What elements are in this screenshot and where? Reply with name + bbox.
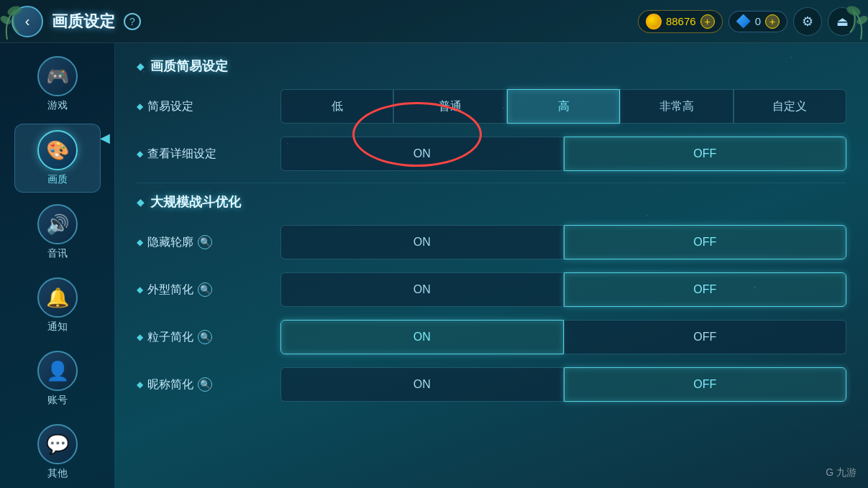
info-hidden-outline[interactable]: 🔍: [198, 235, 212, 249]
setting-label-model-simplify: ◆ 外型简化 🔍: [137, 282, 280, 298]
label-name-simplify: 昵称简化: [147, 377, 193, 392]
quality-low-button[interactable]: 低: [280, 89, 393, 124]
setting-row-hidden-outline: ◆ 隐藏轮廓 🔍 ON OFF: [137, 224, 846, 261]
info-model-simplify[interactable]: 🔍: [198, 282, 212, 297]
setting-row-simple: ◆ 简易设定 低 普通 高 非常高 自定义: [137, 88, 846, 125]
logo-jiuyou: G 九游: [826, 466, 856, 479]
sidebar-item-game[interactable]: 🎮 游戏: [14, 50, 101, 118]
hidden-outline-on-button[interactable]: ON: [280, 225, 564, 259]
label-hidden-outline: 隐藏轮廓: [147, 235, 193, 250]
setting-label-particle-simplify: ◆ 粒子简化 🔍: [137, 330, 280, 345]
section-battle-header: ◆ 大规模战斗优化: [137, 193, 846, 211]
setting-row-detail: ◆ 查看详细设定 ON OFF: [137, 135, 846, 172]
sidebar-label-account: 账号: [47, 394, 68, 407]
particle-simplify-on-button[interactable]: ON: [280, 320, 564, 354]
sidebar-item-audio[interactable]: 🔊 音讯: [14, 198, 101, 266]
setting-label-hidden-outline: ◆ 隐藏轮廓 🔍: [137, 235, 280, 250]
divider-1: [137, 183, 846, 183]
sidebar-label-audio: 音讯: [47, 247, 68, 260]
setting-label-simple: ◆ 简易设定: [137, 99, 280, 114]
setting-label-name-simplify: ◆ 昵称简化 🔍: [137, 377, 280, 392]
model-simplify-on-button[interactable]: ON: [280, 272, 564, 307]
quality-high-button[interactable]: 高: [507, 89, 620, 124]
top-bar: ‹ 画质设定 ? 88676 + 0 + ⚙ ⏏: [0, 0, 868, 43]
gem-currency-box: 0 +: [728, 11, 787, 32]
section-diamond-1: ◆: [137, 60, 145, 72]
label-particle-simplify: 粒子简化: [147, 330, 193, 345]
audio-icon: 🔊: [37, 204, 78, 244]
label-model-simplify: 外型简化: [147, 282, 193, 298]
quality-icon: 🎨: [37, 130, 78, 170]
name-simplify-on-button[interactable]: ON: [280, 367, 564, 402]
gem-icon: [736, 14, 751, 29]
setting-label-detail: ◆ 查看详细设定: [137, 147, 280, 162]
notify-icon: 🔔: [37, 277, 78, 318]
diamond-detail: ◆: [137, 149, 143, 159]
content-area: ◆ 画质简易设定 ◆ 简易设定 低 普通 高 非常高 自定义 ◆ 查看详细设定: [115, 43, 868, 488]
gem-amount: 0: [755, 15, 761, 27]
section-title-quality-easy: 画质简易设定: [150, 57, 228, 75]
diamond-hidden-outline: ◆: [137, 237, 143, 247]
section-quality-easy-header: ◆ 画质简易设定: [137, 57, 846, 75]
quality-custom-button[interactable]: 自定义: [734, 89, 846, 124]
svg-point-1: [0, 14, 12, 27]
particle-simplify-off-button[interactable]: OFF: [564, 320, 847, 354]
sidebar-item-other[interactable]: 💬 其他: [14, 418, 101, 486]
model-simplify-off-button[interactable]: OFF: [564, 272, 847, 307]
sidebar-label-game: 游戏: [47, 99, 68, 112]
account-icon: 👤: [37, 351, 78, 391]
quality-normal-button[interactable]: 普通: [393, 89, 506, 124]
coin-icon: [646, 14, 662, 29]
other-icon: 💬: [37, 424, 78, 464]
sidebar-label-quality: 画质: [47, 173, 68, 186]
setting-row-name-simplify: ◆ 昵称简化 🔍 ON OFF: [137, 366, 846, 403]
section-title-battle: 大规模战斗优化: [150, 193, 241, 211]
back-button[interactable]: ‹: [12, 6, 43, 37]
setting-row-model-simplify: ◆ 外型简化 🔍 ON OFF: [137, 271, 846, 308]
setting-label-simple-text: 简易设定: [147, 99, 193, 114]
section-diamond-2: ◆: [137, 196, 145, 208]
sidebar-label-notify: 通知: [47, 321, 68, 333]
name-simplify-off-button[interactable]: OFF: [564, 367, 847, 402]
game-icon: 🎮: [37, 56, 78, 96]
diamond-particle-simplify: ◆: [137, 332, 143, 342]
page-title: 画质设定: [52, 11, 115, 32]
diamond-name-simplify: ◆: [137, 379, 143, 390]
quality-level-group: 低 普通 高 非常高 自定义: [280, 89, 846, 124]
sidebar-item-quality[interactable]: 🎨 画质: [14, 124, 101, 193]
sidebar-item-account[interactable]: 👤 账号: [14, 345, 101, 413]
help-icon[interactable]: ?: [124, 13, 141, 30]
coin-amount: 88676: [666, 15, 696, 27]
svg-point-3: [856, 14, 868, 27]
hidden-outline-off-button[interactable]: OFF: [564, 225, 847, 259]
exit-button[interactable]: ⏏: [828, 7, 856, 36]
info-name-simplify[interactable]: 🔍: [198, 377, 212, 392]
setting-label-detail-text: 查看详细设定: [147, 147, 216, 162]
diamond-simple: ◆: [137, 101, 143, 111]
name-simplify-onoff-group: ON OFF: [280, 367, 846, 402]
gem-plus-button[interactable]: +: [765, 14, 780, 29]
hidden-outline-onoff-group: ON OFF: [280, 225, 846, 259]
detail-on-button[interactable]: ON: [280, 137, 564, 171]
coin-plus-button[interactable]: +: [700, 14, 715, 29]
sidebar-item-notify[interactable]: 🔔 通知: [14, 272, 101, 339]
info-particle-simplify[interactable]: 🔍: [198, 330, 212, 344]
sidebar: 🎮 游戏 🎨 画质 🔊 音讯 🔔 通知 👤 账号 💬 其他: [0, 43, 115, 488]
model-simplify-onoff-group: ON OFF: [280, 272, 846, 307]
top-bar-right: 88676 + 0 + ⚙ ⏏: [638, 7, 856, 36]
particle-simplify-onoff-group: ON OFF: [280, 320, 846, 354]
diamond-model-simplify: ◆: [137, 285, 143, 295]
detail-onoff-group: ON OFF: [280, 137, 846, 171]
main-layout: 🎮 游戏 🎨 画质 🔊 音讯 🔔 通知 👤 账号 💬 其他 ◆ 画质简易设定: [0, 43, 868, 488]
coin-currency-box: 88676 +: [638, 10, 723, 33]
quality-very-high-button[interactable]: 非常高: [620, 89, 733, 124]
detail-off-button[interactable]: OFF: [564, 137, 847, 171]
settings-button[interactable]: ⚙: [793, 7, 822, 36]
setting-row-particle-simplify: ◆ 粒子简化 🔍 ON OFF: [137, 318, 846, 356]
sidebar-label-other: 其他: [47, 467, 68, 480]
